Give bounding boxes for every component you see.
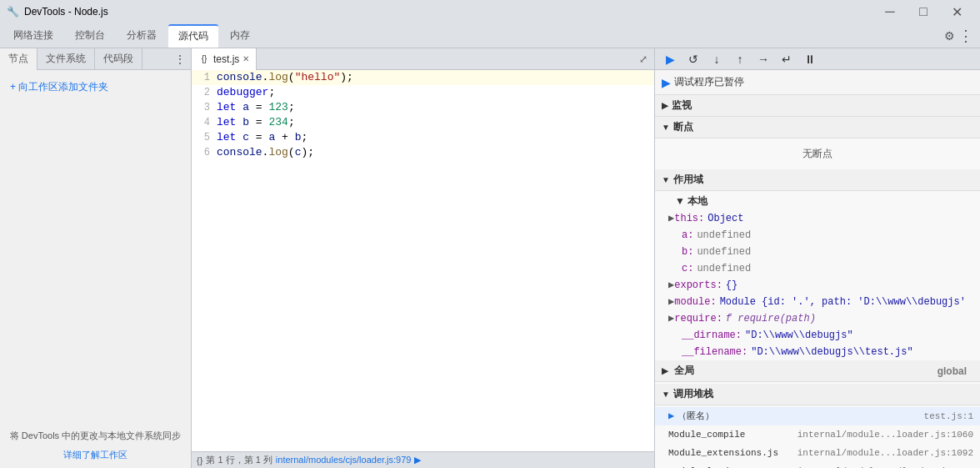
more-options-icon[interactable]: ⋮ — [958, 27, 973, 45]
watch-arrow: ▶ — [662, 101, 668, 110]
callstack-arrow: ▼ — [662, 390, 670, 399]
nav-tabs: 网络连接 控制台 分析器 源代码 内存 ⚙ ⋮ — [0, 23, 980, 48]
code-line-5: 5 let c = a + b; — [192, 130, 654, 145]
sidebar-more-icon[interactable]: ⋮ — [169, 48, 191, 70]
learn-more-link[interactable]: 详细了解工作区 — [7, 448, 184, 462]
scope-local-header[interactable]: ▼ 本地 — [655, 193, 980, 210]
this-expand-icon[interactable]: ▶ — [668, 211, 674, 226]
callstack-item-1[interactable]: Module_compile internal/module...loader.… — [655, 425, 980, 444]
debug-pause-btn[interactable]: ⏸ — [800, 51, 820, 68]
require-expand-icon[interactable]: ▶ — [668, 311, 674, 326]
callstack-name-3: Module.load — [668, 464, 729, 468]
minimize-button[interactable]: ─ — [873, 0, 907, 23]
editor-expand-button[interactable]: ⤢ — [632, 48, 654, 70]
sidebar-info-text: 将 DevTools 中的更改与本地文件系统同步 — [10, 430, 181, 440]
debug-status-bar: ▶ 调试程序已暂停 — [655, 70, 980, 95]
editor-tab-testjs[interactable]: {} test.js ✕ — [192, 48, 257, 70]
sidebar-tab-nodes[interactable]: 节点 — [0, 48, 38, 70]
callstack-loc-2: internal/module...loader.js:1092 — [798, 445, 973, 460]
sidebar-tab-filesystem[interactable]: 文件系统 — [38, 48, 95, 70]
scope-label: 作用域 — [673, 173, 703, 187]
code-line-3: 3 let a = 123; — [192, 100, 654, 115]
code-line-6: 6 console.log(c); — [192, 145, 654, 160]
debug-step-btn[interactable]: ↵ — [777, 51, 797, 68]
code-line-1: 1 console.log("hello"); — [192, 70, 654, 85]
exports-expand-icon[interactable]: ▶ — [668, 278, 674, 293]
editor-tab-filename: test.js — [213, 53, 239, 65]
scope-global-header[interactable]: ▶ 全局 global — [655, 360, 980, 382]
sidebar-content: + 向工作区添加文件夹 — [0, 70, 191, 289]
debug-panel: ▶ ↺ ↓ ↑ → ↵ ⏸ ▶ 调试程序已暂停 ▶ 监视 — [655, 48, 980, 468]
debug-content: ▶ 调试程序已暂停 ▶ 监视 ▼ 断点 无断点 — [655, 70, 980, 468]
sidebar-tab-snippets[interactable]: 代码段 — [95, 48, 142, 70]
editor-bottom-bar: {} 第 1 行，第 1 列 internal/modules/cjs/load… — [192, 451, 654, 468]
tab-sources[interactable]: 源代码 — [168, 24, 218, 48]
scope-this[interactable]: ▶ this: Object — [655, 210, 980, 227]
tab-network[interactable]: 网络连接 — [3, 24, 63, 48]
callstack-item-2[interactable]: Module_extensions.js internal/module...l… — [655, 444, 980, 462]
nav-tab-right: ⚙ ⋮ — [944, 27, 980, 45]
code-line-2: 2 debugger; — [192, 85, 654, 100]
breakpoints-label: 断点 — [673, 120, 693, 134]
debug-resume-btn[interactable]: ▶ — [660, 51, 680, 68]
watch-header[interactable]: ▶ 监视 — [655, 95, 980, 117]
add-folder-button[interactable]: + 向工作区添加文件夹 — [7, 77, 184, 98]
scope-arrow: ▼ — [662, 175, 670, 184]
editor-bottom-link[interactable]: internal/modules/cjs/loader.js:979 ▶ — [276, 455, 421, 465]
scope-header[interactable]: ▼ 作用域 — [655, 169, 980, 191]
editor-brackets-icon: {} — [197, 455, 202, 465]
debug-section-callstack: ▼ 调用堆栈 ▶ （匿名） test.js:1 Module_compile — [655, 384, 980, 468]
watch-label: 监视 — [672, 98, 692, 113]
callstack-name-1: Module_compile — [668, 427, 745, 442]
breakpoints-arrow: ▼ — [662, 123, 670, 132]
global-right-label: global — [938, 365, 973, 377]
scope-b: b: undefined — [655, 244, 980, 260]
callstack-item-3[interactable]: Module.load internal/module.../loader.js… — [655, 462, 980, 468]
global-label: 全局 — [674, 365, 694, 376]
debug-status-text: 调试程序已暂停 — [674, 75, 744, 89]
debug-section-scope: ▼ 作用域 ▼ 本地 ▶ this: Object — [655, 169, 980, 384]
debug-reload-btn[interactable]: ↺ — [683, 51, 703, 68]
debug-step-over-btn[interactable]: ↓ — [707, 51, 727, 68]
sidebar-info: 将 DevTools 中的更改与本地文件系统同步 详细了解工作区 — [0, 422, 191, 468]
module-expand-icon[interactable]: ▶ — [668, 294, 674, 309]
tab-profiler[interactable]: 分析器 — [117, 24, 167, 48]
editor-tab-close[interactable]: ✕ — [242, 54, 249, 63]
sidebar: 节点 文件系统 代码段 ⋮ + 向工作区添加文件夹 将 DevTools 中的更… — [0, 48, 192, 468]
scope-filename: __filename: "D:\\www\\debugjs\\test.js" — [655, 344, 980, 360]
file-icon: {} — [198, 53, 210, 65]
callstack-body: ▶ （匿名） test.js:1 Module_compile internal… — [655, 405, 980, 468]
scope-c: c: undefined — [655, 260, 980, 277]
code-editor[interactable]: 1 console.log("hello"); 2 debugger; 3 le… — [192, 70, 654, 451]
callstack-header[interactable]: ▼ 调用堆栈 — [655, 384, 980, 405]
debug-step-out-btn[interactable]: → — [753, 51, 773, 68]
debug-step-into-btn[interactable]: ↑ — [730, 51, 750, 68]
close-button[interactable]: ✕ — [940, 0, 973, 23]
scope-local-arrow: ▼ — [675, 195, 688, 207]
callstack-item-0[interactable]: ▶ （匿名） test.js:1 — [655, 407, 980, 425]
debug-status-icon: ▶ — [662, 76, 671, 89]
breakpoints-header[interactable]: ▼ 断点 — [655, 117, 980, 138]
tab-memory[interactable]: 内存 — [220, 24, 260, 48]
main-layout: 节点 文件系统 代码段 ⋮ + 向工作区添加文件夹 将 DevTools 中的更… — [0, 48, 980, 468]
scope-require[interactable]: ▶ require: f require(path) — [655, 310, 980, 327]
title-bar: 🔧 DevTools - Node.js ─ □ ✕ — [0, 0, 980, 23]
callstack-label: 调用堆栈 — [673, 387, 713, 401]
debug-toolbar: ▶ ↺ ↓ ↑ → ↵ ⏸ — [655, 48, 980, 70]
editor-area: {} test.js ✕ ⤢ 1 console.log("hello"); 2… — [192, 48, 655, 468]
settings-icon[interactable]: ⚙ — [944, 29, 955, 43]
editor-tabs: {} test.js ✕ ⤢ — [192, 48, 654, 70]
debug-section-watch: ▶ 监视 — [655, 95, 980, 117]
breakpoints-body: 无断点 — [655, 138, 980, 169]
editor-position: 第 1 行，第 1 列 — [206, 454, 272, 466]
title-bar-controls: ─ □ ✕ — [873, 0, 973, 23]
scope-exports[interactable]: ▶ exports: {} — [655, 277, 980, 294]
callstack-name-2: Module_extensions.js — [668, 445, 778, 460]
tab-console[interactable]: 控制台 — [65, 24, 115, 48]
title-bar-title: DevTools - Node.js — [24, 6, 108, 18]
sidebar-tabs: 节点 文件系统 代码段 ⋮ — [0, 48, 191, 70]
callstack-name-0: （匿名） — [678, 409, 714, 424]
code-line-4: 4 let b = 234; — [192, 115, 654, 130]
maximize-button[interactable]: □ — [907, 0, 940, 23]
scope-module[interactable]: ▶ module: Module {id: '.', path: 'D:\\ww… — [655, 294, 972, 310]
